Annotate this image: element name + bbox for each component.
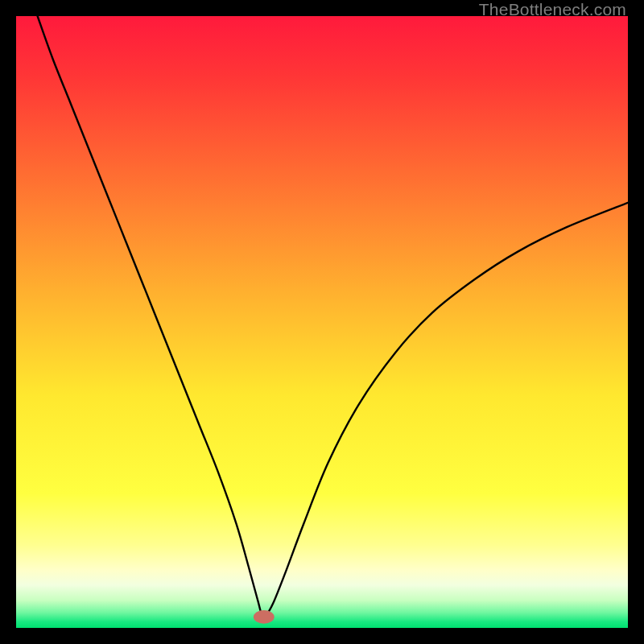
gradient-background — [16, 16, 628, 628]
optimal-point-marker — [254, 610, 275, 624]
bottleneck-chart — [16, 16, 628, 628]
chart-frame — [16, 16, 628, 628]
